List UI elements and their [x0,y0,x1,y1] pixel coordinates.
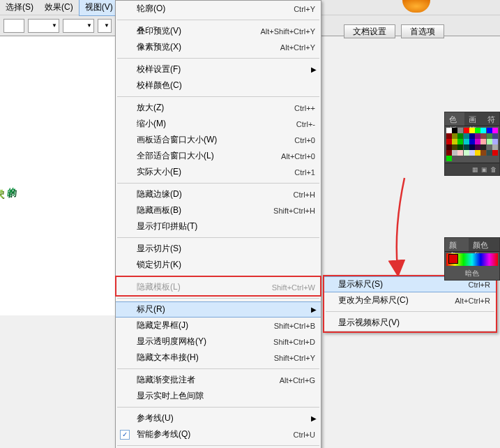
color-swatch[interactable] [492,133,498,139]
preferences-button[interactable]: 首选项 [401,24,444,38]
color-swatch[interactable] [464,139,469,144]
menu-item[interactable]: 全部适合窗口大小(L)Alt+Ctrl+0 [116,148,321,164]
panel-tab[interactable]: 色板 [445,112,464,126]
panel-tab[interactable]: 颜色参 [469,238,499,251]
color-swatch[interactable] [475,144,480,150]
color-swatch[interactable] [464,128,469,133]
color-swatch[interactable] [487,150,492,156]
menu-item[interactable]: 隐藏文本串接(H)Shift+Ctrl+Y [116,350,321,366]
panel-tab[interactable]: 颜色 [445,238,469,251]
trash-icon[interactable]: 🗑 [490,166,497,173]
color-swatch[interactable] [452,133,457,139]
color-swatch[interactable] [446,144,452,150]
color-swatch[interactable] [480,150,486,156]
color-swatch[interactable] [487,128,492,133]
color-swatch[interactable] [492,128,498,133]
color-swatch[interactable] [457,144,463,150]
menu-shortcut: Shift+Ctrl+D [273,338,315,346]
color-swatch[interactable] [457,128,463,133]
submenu-item[interactable]: 显示视频标尺(V) [324,315,496,331]
submenu-item[interactable]: 更改为全局标尺(C)Alt+Ctrl+R [324,292,496,308]
color-swatch[interactable] [457,150,463,156]
menu-item[interactable]: 参考线(U)▶ [116,410,321,426]
menu-item[interactable]: 隐藏边缘(D)Ctrl+H [116,186,321,202]
toolbar-input-1[interactable] [3,19,24,33]
toolbar-dropdown-2[interactable]: ▼ [63,19,94,33]
color-swatch[interactable] [446,156,452,161]
menu-effects[interactable]: 效果(C) [39,0,79,15]
menu-item[interactable]: 隐藏画板(B)Shift+Ctrl+H [116,202,321,218]
current-color-swatch[interactable] [448,254,458,264]
color-swatch[interactable] [487,139,492,144]
toolbar-dropdown-3[interactable]: ▼ [98,19,112,33]
menu-item[interactable]: 画板适合窗口大小(W)Ctrl+0 [116,132,321,148]
folder-icon[interactable]: ▣ [481,166,488,173]
color-swatch[interactable] [475,128,480,133]
panel-tab[interactable]: 画笔 [464,112,484,126]
submenu-arrow-icon: ▶ [311,306,317,313]
color-swatch[interactable] [475,133,480,139]
menu-item[interactable]: 锁定切片(K) [116,257,321,273]
menu-view[interactable]: 视图(V) [79,0,119,16]
menu-item[interactable]: 隐藏渐变批注者Alt+Ctrl+G [116,372,321,388]
color-swatch[interactable] [452,128,457,133]
new-swatch-icon[interactable]: ▦ [472,166,479,173]
toolbar-dropdown-1[interactable]: ▼ [28,19,59,33]
submenu-item-label: 显示视频标尺(V) [338,317,490,329]
color-swatch[interactable] [469,128,475,133]
menu-item[interactable]: 隐藏定界框(J)Shift+Ctrl+B [116,318,321,334]
menu-item[interactable]: 校样颜色(C) [116,77,321,94]
menu-item-label: 隐藏画板(B) [137,204,273,216]
menu-item[interactable]: 校样设置(F)▶ [116,61,321,77]
color-swatch[interactable] [480,133,486,139]
color-swatch[interactable] [446,128,452,133]
color-swatch[interactable] [475,139,480,144]
menu-select[interactable]: 选择(S) [0,0,39,15]
color-swatch[interactable] [487,144,492,150]
doc-settings-button[interactable]: 文档设置 [344,24,395,38]
color-swatch[interactable] [469,144,475,150]
color-swatch[interactable] [464,150,469,156]
panel-tab[interactable]: 符 [483,112,499,126]
color-swatch[interactable] [492,150,498,156]
menu-item[interactable]: 缩小(M)Ctrl+- [116,116,321,132]
menu-item-label: 显示切片(S) [137,243,315,255]
color-swatch[interactable] [452,139,457,144]
color-swatch[interactable] [469,150,475,156]
color-swatch[interactable] [480,139,486,144]
canvas[interactable]: 尺的 [0,36,115,315]
menu-item[interactable]: 像素预览(X)Alt+Ctrl+Y [116,39,321,55]
color-swatch[interactable] [446,133,452,139]
color-swatch[interactable] [492,139,498,144]
color-swatch[interactable] [446,150,452,156]
menu-item[interactable]: 显示透明度网格(Y)Shift+Ctrl+D [116,334,321,350]
color-swatch[interactable] [457,139,463,144]
color-swatch[interactable] [487,133,492,139]
menu-item[interactable]: 叠印预览(V)Alt+Shift+Ctrl+Y [116,23,321,39]
menu-item[interactable]: 实际大小(E)Ctrl+1 [116,164,321,180]
menu-item[interactable]: 轮廓(O)Ctrl+Y [116,1,321,17]
menu-separator [117,276,319,276]
color-swatch[interactable] [464,144,469,150]
menu-item[interactable]: 标尺(R)▶ [116,301,321,318]
menu-item[interactable]: 显示切片(S) [116,241,321,257]
color-swatch[interactable] [464,133,469,139]
menu-item[interactable]: ✓智能参考线(Q)Ctrl+U [116,426,321,442]
swatches-panel[interactable]: 色板画笔符 ▦ ▣ 🗑 [444,112,500,176]
menu-item[interactable]: 显示实时上色间隙 [116,388,321,404]
color-swatch[interactable] [475,150,480,156]
swatch-grid[interactable] [445,126,499,163]
color-swatch[interactable] [457,133,463,139]
color-swatch[interactable] [469,139,475,144]
color-swatch[interactable] [492,144,498,150]
color-spectrum[interactable] [446,253,498,266]
color-swatch[interactable] [452,150,457,156]
color-swatch[interactable] [446,139,452,144]
menu-item[interactable]: 放大(Z)Ctrl++ [116,100,321,116]
color-swatch[interactable] [480,128,486,133]
color-swatch[interactable] [469,133,475,139]
color-swatch[interactable] [452,144,457,150]
color-panel[interactable]: 颜色颜色参 暗色 [444,237,500,281]
menu-item[interactable]: 显示打印拼贴(T) [116,218,321,234]
color-swatch[interactable] [480,144,486,150]
